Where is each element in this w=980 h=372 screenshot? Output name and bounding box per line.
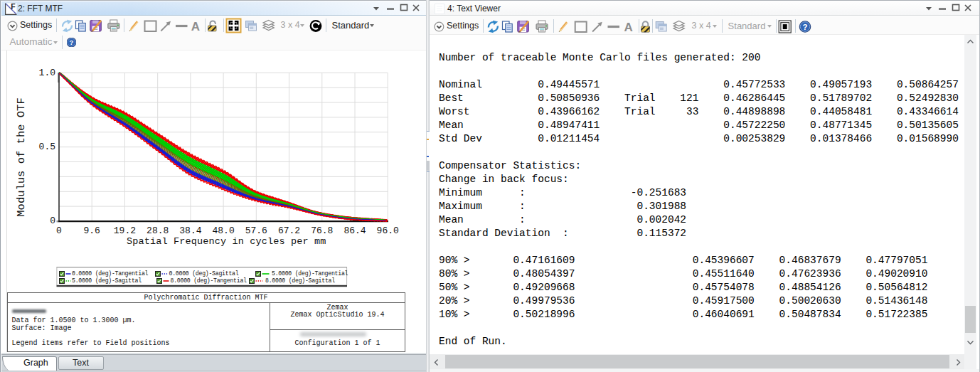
svg-text:A: A [624,21,633,34]
